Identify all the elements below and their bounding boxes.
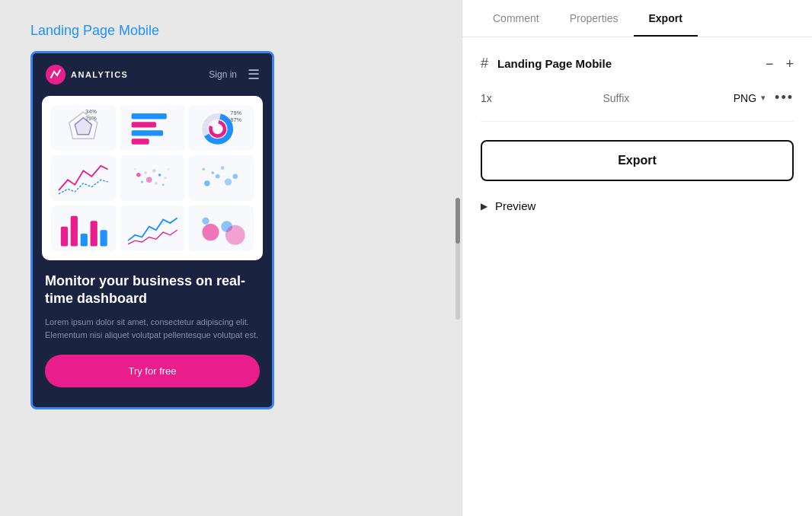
tabs-row: Comment Properties Export [462,0,812,37]
svg-rect-7 [131,130,163,135]
svg-rect-8 [131,139,149,144]
svg-point-24 [161,183,164,186]
svg-point-27 [225,178,232,185]
bubble-chart [189,205,254,251]
svg-point-15 [144,171,147,174]
scale-label: 1x [481,92,499,104]
preview-row[interactable]: ▶ Preview [481,199,794,212]
svg-point-37 [203,224,219,240]
svg-rect-34 [81,234,88,247]
format-select[interactable]: PNG ▾ [734,92,766,104]
export-button[interactable]: Export [481,140,794,181]
chart-cell-map [120,155,185,201]
frame-actions: − + [766,57,794,71]
svg-point-20 [141,181,143,183]
scrollbar-track[interactable] [456,198,460,320]
preview-label: Preview [495,199,535,212]
app-nav-right: Sign in ☰ [209,66,260,83]
mobile-frame: ANALYTICS Sign in ☰ 34% 29% [30,51,274,409]
hero-section: Monitor your business on real-time dashb… [33,260,272,407]
hero-subtitle: Lorem ipsum dolor sit amet, consectetur … [45,316,260,342]
svg-point-29 [233,174,238,178]
svg-point-22 [134,168,136,170]
chart-cell-bubble [189,205,254,251]
tab-export[interactable]: Export [634,0,698,37]
plus-button[interactable]: + [785,57,794,71]
svg-text:34%: 34% [85,108,97,115]
hero-title: Monitor your business on real-time dashb… [45,272,260,308]
suffix-input[interactable] [508,92,724,104]
radar-chart: 34% 29% [51,105,116,151]
svg-point-39 [225,225,245,245]
triangle-right-icon: ▶ [481,201,488,212]
map-chart [120,155,185,201]
tab-properties[interactable]: Properties [555,0,634,37]
svg-point-13 [211,122,225,135]
svg-rect-33 [71,216,78,247]
svg-point-21 [155,182,158,185]
donut-chart: 79% 87% [189,105,254,151]
app-logo: ANALYTICS [45,64,128,85]
bar-chart [120,105,185,151]
svg-rect-6 [131,122,155,127]
app-logo-text: ANALYTICS [71,70,128,79]
vbar-chart [51,205,116,251]
svg-point-17 [158,174,161,177]
svg-point-30 [221,166,225,170]
chart-cell-line [51,155,116,201]
svg-point-16 [152,169,156,173]
svg-point-14 [136,173,141,177]
chart-cell-radar: 34% 29% [51,105,116,151]
line-chart-1 [51,155,116,201]
export-config-row: 1x PNG ▾ ••• [481,90,794,122]
svg-rect-32 [61,227,68,247]
hash-icon: # [481,56,488,72]
svg-rect-35 [91,221,98,246]
format-label: PNG [734,92,756,104]
tab-comment[interactable]: Comment [478,0,555,37]
svg-point-26 [216,174,220,179]
svg-point-25 [205,180,210,186]
svg-point-28 [212,171,215,174]
chart-cell-line2 [120,205,185,251]
page-title: Landing Page Mobile [30,23,159,39]
line-chart-2 [120,205,185,251]
left-panel: Landing Page Mobile ANALYTICS Sign in ☰ [0,0,456,516]
svg-rect-5 [131,113,166,119]
chart-cell-donut: 79% 87% [189,105,254,151]
cta-button[interactable]: Try for free [45,355,260,387]
svg-point-31 [203,168,206,171]
svg-text:87%: 87% [231,116,242,123]
panel-content: # Landing Page Mobile − + 1x PNG ▾ ••• E… [462,37,812,516]
scrollbar-thumb[interactable] [456,198,460,244]
right-panel: Comment Properties Export # Landing Page… [462,0,812,516]
svg-point-23 [167,168,169,170]
svg-point-19 [164,177,167,180]
svg-text:79%: 79% [231,110,242,116]
frame-name-label: Landing Page Mobile [497,57,756,70]
dashboard-preview: 34% 29% 79% 87% [42,96,263,260]
minus-button[interactable]: − [766,57,774,71]
more-options-button[interactable]: ••• [775,90,794,106]
chart-cell-bars [120,105,185,151]
sign-in-text[interactable]: Sign in [209,69,237,80]
chevron-down-icon: ▾ [761,93,766,103]
logo-icon [45,64,66,85]
svg-point-18 [146,177,152,183]
scatter-chart [189,155,254,201]
frame-name-row: # Landing Page Mobile − + [481,56,794,72]
chart-cell-vbar [51,205,116,251]
hamburger-icon[interactable]: ☰ [248,66,260,83]
svg-point-40 [203,218,209,225]
svg-rect-36 [100,230,107,246]
chart-cell-scatter [189,155,254,201]
app-navbar: ANALYTICS Sign in ☰ [33,53,272,96]
